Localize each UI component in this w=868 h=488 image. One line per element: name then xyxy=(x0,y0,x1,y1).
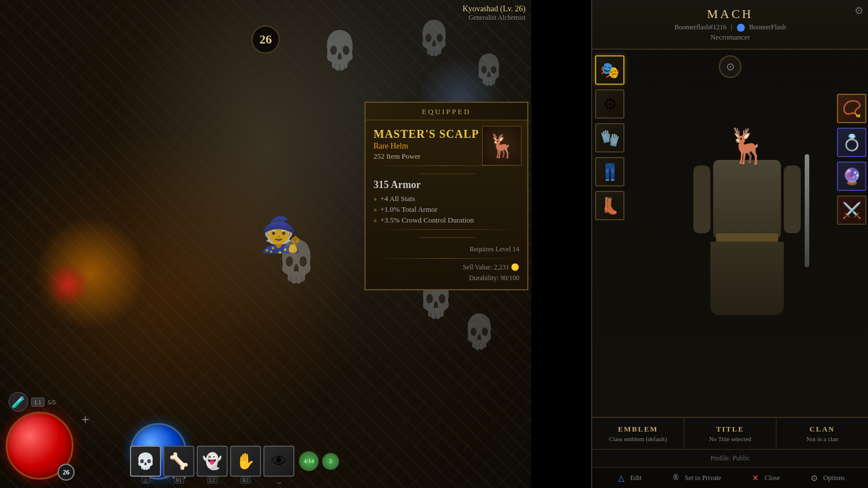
char-account: Boomerflash#1216 | BoomerFlash xyxy=(601,23,859,32)
char-weapon xyxy=(805,154,809,267)
clan-tab-title: CLAN xyxy=(781,425,863,434)
skeleton-figure: 💀 xyxy=(322,29,357,71)
char-left-arm xyxy=(693,165,710,233)
ring2-icon: 💍 xyxy=(842,133,862,152)
edit-label: Edit xyxy=(630,474,641,482)
char-armor xyxy=(713,160,781,239)
tooltip-header: EQUIPPED xyxy=(366,102,527,120)
circle-x-icon: ✕ xyxy=(750,472,761,483)
player-tag: Kyovashad (Lv. 26) Generalist Alchemist xyxy=(463,5,526,22)
profile-text: Profile: Public xyxy=(710,454,750,462)
profile-line: Profile: Public xyxy=(592,450,868,468)
skill-slot-3[interactable]: L2 xyxy=(197,446,228,477)
potion-count: 5/5 xyxy=(47,399,55,406)
health-level-badge: 26 xyxy=(58,464,75,481)
offhand-icon: ⚔️ xyxy=(842,201,862,220)
item-image: 🦌 xyxy=(482,126,522,165)
divider-3 xyxy=(374,258,519,259)
char-class: Necromancer xyxy=(601,33,859,42)
ring1-slot[interactable]: ⚙ xyxy=(595,89,624,119)
triangle-icon: △ xyxy=(615,472,627,483)
item-tooltip: EQUIPPED 🦌 MASTER'S SCALP Rare Helm 252 … xyxy=(364,102,528,290)
requires-text: Requires Level 14 xyxy=(374,245,519,254)
settings-button[interactable]: ⚙ xyxy=(854,5,863,17)
legs-icon: 👖 xyxy=(600,163,620,181)
skeleton-figure: 💀 xyxy=(463,312,495,351)
amulet-icon: 📿 xyxy=(842,99,862,118)
gloves-slot[interactable]: 🧤 xyxy=(595,123,624,152)
emblem-tab[interactable]: EMBLEM Class emblem (default) xyxy=(592,418,684,449)
account-id: Boomerflash#1216 xyxy=(674,23,726,32)
options-icon: ⊙ xyxy=(809,472,820,483)
potion-icon[interactable]: 🧪 xyxy=(8,392,28,412)
stat-item-2: +1.0% Total Armor xyxy=(374,205,519,214)
skill-icon-5 xyxy=(271,452,287,470)
player-subtitle: Generalist Alchemist xyxy=(463,14,526,22)
bottom-tabs: EMBLEM Class emblem (default) TITLE No T… xyxy=(592,418,868,450)
right-panel: ⚙ MACH Boomerflash#1216 | BoomerFlash Ne… xyxy=(591,0,868,488)
diamond-divider: ────────────── xyxy=(374,171,519,177)
durability: Durability: 90/100 xyxy=(374,274,519,282)
skill-slot-4[interactable]: R2 xyxy=(230,446,261,477)
cauldron xyxy=(45,262,90,307)
divider-1 xyxy=(374,165,519,166)
skill-icon-4 xyxy=(236,452,255,470)
player-character: 🧙 xyxy=(260,215,302,255)
sell-value: Sell Value: 2,231 🟡 xyxy=(374,263,519,272)
l1-badge: L1 xyxy=(31,398,45,407)
title-tab[interactable]: TITLE No Title selected xyxy=(684,418,776,449)
helm-slot[interactable]: 🎭 xyxy=(595,55,624,85)
skill-hotkey-1: △ xyxy=(141,477,150,483)
circle-r-icon: ® xyxy=(670,472,682,483)
stat-item-3: +3.5% Crowd Control Duration xyxy=(374,216,519,225)
amulet-slot[interactable]: 📿 xyxy=(837,94,866,123)
close-button[interactable]: ✕ Close xyxy=(750,472,780,483)
resource-1: 4/14 xyxy=(299,451,319,471)
bottom-panel: EMBLEM Class emblem (default) TITLE No T… xyxy=(592,417,868,488)
account-name: BoomerFlash xyxy=(749,23,786,32)
ring1-icon: ⚙ xyxy=(603,95,617,114)
helm-icon: 🎭 xyxy=(600,61,620,80)
ring3-slot[interactable]: 🔮 xyxy=(837,162,866,191)
equip-right: 📿 💍 🔮 ⚔️ xyxy=(834,50,868,230)
edit-button[interactable]: △ Edit xyxy=(615,472,641,483)
plus-btn[interactable]: + xyxy=(81,412,89,427)
legs-slot[interactable]: 👖 xyxy=(595,157,624,186)
stat-item-1: +4 All Stats xyxy=(374,194,519,203)
title-tab-subtitle: No Title selected xyxy=(689,435,771,442)
options-button[interactable]: ⊙ Options xyxy=(809,472,845,483)
resource-2: 5 xyxy=(322,453,339,470)
skill-hotkey-2: R1 xyxy=(173,477,184,483)
ring2-slot[interactable]: 💍 xyxy=(837,128,866,157)
char-display: ⊙ 🎭 ⚙ 🧤 👖 👢 🦌 xyxy=(592,50,868,417)
char-name: MACH xyxy=(601,7,859,21)
skill-slot-2[interactable]: R1 xyxy=(163,446,194,477)
skill-hotkey-3: L2 xyxy=(207,477,218,483)
skeleton-figure: 💀 xyxy=(418,18,450,57)
set-private-button[interactable]: ® Set to Private xyxy=(670,472,722,483)
main-stat: 315 Armor xyxy=(374,179,519,191)
player-name: Kyovashad (Lv. 26) xyxy=(463,5,526,14)
tooltip-body: 🦌 MASTER'S SCALP Rare Helm 252 Item Powe… xyxy=(366,120,527,289)
skill-icon-1 xyxy=(136,452,155,470)
skill-icon-3 xyxy=(202,452,222,470)
set-private-label: Set to Private xyxy=(685,474,722,482)
char-header: ⚙ MACH Boomerflash#1216 | BoomerFlash Ne… xyxy=(592,0,868,50)
char-helm: 🦌 xyxy=(726,126,769,166)
clan-tab[interactable]: CLAN Not in a clan xyxy=(776,418,868,449)
tooltip-header-text: EQUIPPED xyxy=(422,107,471,116)
close-label: Close xyxy=(765,474,780,482)
boots-slot[interactable]: 👢 xyxy=(595,191,624,220)
skill-slot-5[interactable] xyxy=(263,446,294,477)
clan-tab-subtitle: Not in a clan xyxy=(781,435,863,442)
offhand-slot[interactable]: ⚔️ xyxy=(837,195,866,225)
resource-indicators: 4/14 5 xyxy=(299,451,339,471)
health-orb-area: 🧪 L1 5/5 26 + xyxy=(6,412,73,480)
hud-bottom: 🧪 L1 5/5 26 + 26 △ xyxy=(0,398,339,488)
emblem-tab-subtitle: Class emblem (default) xyxy=(597,435,679,442)
emblem-tab-title: EMBLEM xyxy=(597,425,679,434)
online-icon xyxy=(737,24,745,32)
skill-slot-1[interactable]: △ xyxy=(130,446,161,477)
right-spacer xyxy=(837,55,865,89)
skill-bar: △ R1 L2 R2 4/14 5 xyxy=(130,446,339,477)
